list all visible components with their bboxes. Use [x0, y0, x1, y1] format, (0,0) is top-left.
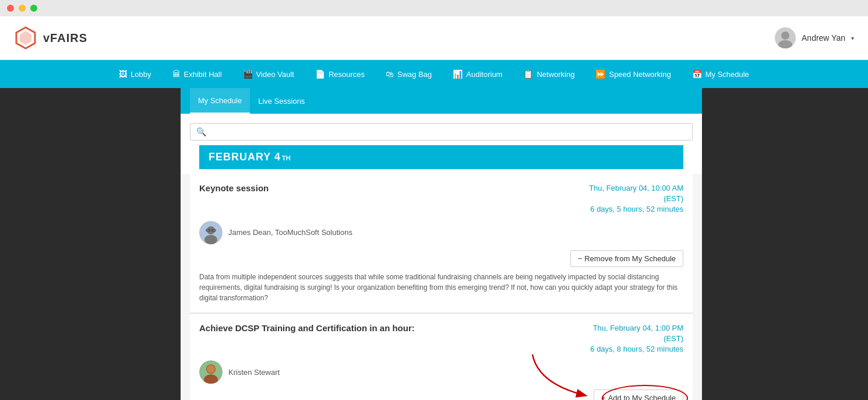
session-time-line3-keynote: 6 days, 5 hours, 52 minutes [578, 204, 683, 215]
session-top-keynote: Keynote session Thu, February 04, 10:00 … [199, 183, 683, 215]
nav-label-speed-networking: Speed Networking [609, 70, 671, 79]
nav-item-speed-networking[interactable]: ⏩ Speed Networking [585, 60, 681, 88]
nav-item-swag-bag[interactable]: 🛍 Swag Bag [375, 60, 442, 88]
tab-live-sessions[interactable]: Live Sessions [250, 88, 313, 114]
nav-item-auditorium[interactable]: 📊 Auditorium [442, 60, 513, 88]
my-schedule-nav-icon: 📅 [692, 69, 702, 79]
nav-item-video-vault[interactable]: 🎬 Video Vault [232, 60, 305, 88]
add-label: Add to My Schedule [608, 394, 676, 400]
minimize-button[interactable] [19, 5, 26, 12]
resources-icon: 📄 [315, 69, 325, 79]
nav-label-lobby: Lobby [130, 70, 151, 79]
user-menu[interactable]: Andrew Yan ▾ [775, 27, 854, 48]
session-time-keynote: Thu, February 04, 10:00 AM (EST) 6 days,… [578, 183, 683, 215]
session-time-line1-dcsp: Thu, February 04, 1:00 PM [578, 323, 683, 334]
nav-label-swag-bag: Swag Bag [397, 70, 432, 79]
nav-item-networking[interactable]: 📋 Networking [513, 60, 585, 88]
tab-my-schedule[interactable]: My Schedule [190, 88, 250, 114]
remove-label: Remove from My Schedule [584, 254, 676, 263]
logo-icon [14, 26, 37, 50]
remove-from-schedule-button[interactable]: − Remove from My Schedule [570, 250, 683, 267]
exhibit-hall-icon: 🏛 [172, 69, 181, 79]
session-time-line2-keynote: (EST) [578, 194, 683, 204]
main-wrapper: My Schedule Live Sessions 🔍 FEBRUARY 4 T… [0, 88, 868, 400]
session-time-dcsp: Thu, February 04, 1:00 PM (EST) 6 days, … [578, 323, 683, 355]
remove-icon: − [578, 254, 583, 263]
search-icon: 🔍 [196, 127, 206, 136]
swag-bag-icon: 🛍 [386, 69, 394, 79]
search-input[interactable] [210, 128, 686, 136]
speaker-avatar-dcsp [199, 360, 223, 384]
session-action-keynote: − Remove from My Schedule [199, 250, 683, 267]
video-vault-icon: 🎬 [243, 69, 253, 79]
sessions-list: Keynote session Thu, February 04, 10:00 … [190, 174, 693, 400]
logo-area: vFAIRS [14, 26, 87, 50]
content-area: My Schedule Live Sessions 🔍 FEBRUARY 4 T… [181, 88, 702, 400]
nav-item-my-schedule[interactable]: 📅 My Schedule [682, 60, 760, 88]
user-name: Andrew Yan [802, 33, 845, 43]
close-button[interactable] [7, 5, 14, 12]
nav-label-networking: Networking [537, 70, 574, 79]
svg-point-6 [204, 235, 217, 244]
avatar [775, 27, 796, 48]
auditorium-icon: 📊 [453, 69, 463, 79]
svg-point-2 [781, 31, 789, 40]
nav-label-video-vault: Video Vault [256, 70, 294, 79]
side-panel-left [0, 88, 181, 400]
svg-point-13 [207, 365, 215, 373]
session-time-line1-keynote: Thu, February 04, 10:00 AM [578, 183, 683, 194]
add-icon: + [601, 394, 606, 400]
session-item-dcsp: Achieve DCSP Training and Certification … [190, 314, 693, 400]
session-title-keynote: Keynote session [199, 183, 578, 193]
nav-label-auditorium: Auditorium [466, 70, 502, 79]
lobby-icon: 🖼 [119, 69, 127, 79]
session-time-line3-dcsp: 6 days, 8 hours, 52 minutes [578, 344, 683, 355]
header: vFAIRS Andrew Yan ▾ [0, 16, 868, 60]
speaker-name-dcsp: Kristen Stewart [228, 368, 280, 377]
nav-item-lobby[interactable]: 🖼 Lobby [108, 60, 161, 88]
main-nav: 🖼 Lobby 🏛 Exhibit Hall 🎬 Video Vault 📄 R… [0, 60, 868, 88]
nav-label-my-schedule: My Schedule [705, 70, 749, 79]
session-title-dcsp: Achieve DCSP Training and Certification … [199, 323, 578, 333]
speaker-avatar-keynote [199, 221, 223, 244]
tabs-bar: My Schedule Live Sessions [181, 88, 702, 114]
search-box[interactable]: 🔍 [190, 123, 693, 141]
session-time-line2-dcsp: (EST) [578, 334, 683, 344]
speaker-name-keynote: James Dean, TooMuchSoft Solutions [228, 228, 352, 237]
nav-label-exhibit-hall: Exhibit Hall [184, 70, 222, 79]
session-desc-keynote: Data from multiple independent sources s… [199, 272, 683, 303]
maximize-button[interactable] [30, 5, 37, 12]
session-action-dcsp: + Add to My Schedule [199, 390, 683, 400]
session-speaker-keynote: James Dean, TooMuchSoft Solutions [199, 221, 683, 244]
svg-marker-1 [20, 31, 31, 45]
session-item-keynote: Keynote session Thu, February 04, 10:00 … [190, 174, 693, 313]
user-dropdown-arrow: ▾ [851, 35, 854, 41]
search-container: 🔍 [181, 114, 702, 145]
svg-point-3 [778, 40, 792, 48]
date-header: FEBRUARY 4 TH [199, 145, 683, 169]
date-header-text: FEBRUARY 4 [209, 151, 281, 163]
networking-icon: 📋 [523, 69, 533, 79]
nav-label-resources: Resources [329, 70, 365, 79]
nav-item-exhibit-hall[interactable]: 🏛 Exhibit Hall [162, 60, 232, 88]
add-to-schedule-button[interactable]: + Add to My Schedule [594, 390, 683, 400]
speed-networking-icon: ⏩ [595, 69, 605, 79]
side-panel-right [702, 88, 868, 400]
title-bar [0, 0, 868, 16]
date-header-superscript: TH [282, 155, 291, 162]
logo-text: vFAIRS [43, 31, 87, 45]
session-speaker-dcsp: Kristen Stewart [199, 360, 683, 384]
session-top-dcsp: Achieve DCSP Training and Certification … [199, 323, 683, 355]
nav-item-resources[interactable]: 📄 Resources [305, 60, 375, 88]
